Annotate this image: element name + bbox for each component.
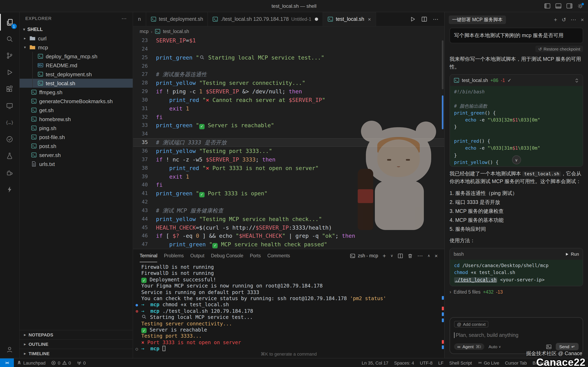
tree-item-README.md[interactable]: README.md bbox=[20, 61, 133, 70]
code-card-header[interactable]: test_local.sh +86 -1 ✓ bbox=[450, 75, 583, 86]
kill-terminal-icon[interactable] bbox=[407, 253, 413, 258]
code-editor[interactable]: 23SERVER_IP=$12425print_green " Starting… bbox=[133, 36, 444, 249]
sidebar-item-account[interactable] bbox=[0, 341, 19, 358]
ports-status-item[interactable]: 0 bbox=[74, 359, 88, 367]
tree-item-server.sh[interactable]: server.sh bbox=[20, 150, 133, 159]
tree-item-deploy_figma_mcp.sh[interactable]: deploy_figma_mcp.sh bbox=[20, 52, 133, 61]
status-item-spaces-4[interactable]: Spaces: 4 bbox=[391, 359, 417, 367]
split-terminal-icon[interactable] bbox=[398, 253, 403, 258]
expand-collapse-icon[interactable] bbox=[575, 78, 579, 83]
edited-files-summary[interactable]: › Edited 5 files +432 -13 bbox=[450, 290, 583, 294]
new-chat-icon[interactable]: + bbox=[554, 16, 557, 23]
tree-item-urls.txt[interactable]: urls.txt bbox=[20, 159, 133, 168]
terminal-output[interactable]: FirewallD is not runningFirewallD is not… bbox=[133, 262, 444, 358]
remote-indicator[interactable]: >< bbox=[0, 359, 14, 367]
panel-tab-problems[interactable]: Problems bbox=[164, 249, 184, 262]
breadcrumb[interactable]: mcp › test_local.sh bbox=[133, 26, 444, 36]
breadcrumb-file[interactable]: test_local.sh bbox=[163, 29, 189, 34]
workspace-section[interactable]: ▾ SHELL bbox=[20, 25, 133, 34]
run-command-button[interactable]: Run bbox=[565, 252, 579, 257]
split-editor-icon[interactable] bbox=[421, 16, 427, 22]
sidebar-item-run-debug[interactable] bbox=[0, 64, 19, 81]
code-line-46[interactable]: 46if [ $? -eq 0 ] && echo "$HEALTH_CHECK… bbox=[133, 232, 444, 240]
sidebar-item-rest-client[interactable]: {…} bbox=[0, 114, 19, 131]
panel-tab-debug-console[interactable]: Debug Console bbox=[211, 249, 243, 262]
code-line-43[interactable]: 43# 测试 MCP 服务健康检查 bbox=[133, 206, 444, 215]
tree-item-post-file.sh[interactable]: post-file.sh bbox=[20, 133, 133, 142]
code-line-36[interactable]: 36print_yellow "Testing port 3333..." bbox=[133, 147, 444, 155]
new-terminal-icon[interactable]: + bbox=[383, 252, 386, 259]
panel-tab-ports[interactable]: Ports bbox=[250, 249, 261, 262]
code-line-42[interactable]: 42 bbox=[133, 198, 444, 206]
explorer-more-icon[interactable]: ⋯ bbox=[121, 15, 127, 21]
tree-folder-curl[interactable]: ▸curl bbox=[20, 34, 133, 43]
chat-history-icon[interactable]: ↺ bbox=[562, 17, 566, 23]
code-line-38[interactable]: 38 print_red "× Port 3333 is not open on… bbox=[133, 164, 444, 172]
layout-secondary-sidebar-icon[interactable] bbox=[566, 3, 572, 8]
close-panel-icon[interactable]: × bbox=[435, 253, 438, 259]
code-line-27[interactable]: 27# 测试服务器连通性 bbox=[133, 70, 444, 79]
chat-more-icon[interactable]: ⋯ bbox=[571, 16, 576, 23]
errors-warnings-status-item[interactable]: 0 0 bbox=[48, 359, 74, 367]
code-line-47[interactable]: 47 print_green "✓ MCP service health che… bbox=[133, 240, 444, 249]
code-line-35[interactable]: 35# 测试端口 3333 是否开放 bbox=[133, 138, 444, 147]
attach-image-icon[interactable] bbox=[546, 344, 552, 349]
model-selector[interactable]: Auto ∨ bbox=[489, 344, 501, 349]
sidebar-item-remote-explorer[interactable] bbox=[0, 98, 19, 114]
tree-item-homebrew.sh[interactable]: homebrew.sh bbox=[20, 115, 133, 124]
run-script-icon[interactable] bbox=[410, 16, 416, 22]
code-line-30[interactable]: 30 print_red "× Cannot reach server at $… bbox=[133, 96, 444, 104]
status-item-utf-8[interactable]: UTF-8 bbox=[417, 359, 435, 367]
code-line-39[interactable]: 39 exit 1 bbox=[133, 172, 444, 181]
tree-item-post.sh[interactable]: post.sh bbox=[20, 142, 133, 150]
code-line-34[interactable]: 34 bbox=[133, 130, 444, 138]
terminal-dropdown-icon[interactable]: ∨ bbox=[390, 254, 393, 258]
sidebar-item-explorer[interactable]: 1 bbox=[0, 14, 19, 31]
maximize-panel-icon[interactable]: ∧ bbox=[428, 254, 430, 258]
code-line-45[interactable]: 45HEALTH_CHECK=$(curl -s http://$SERVER_… bbox=[133, 223, 444, 232]
sidebar-item-testing[interactable] bbox=[0, 148, 19, 164]
settings-gear-icon[interactable] bbox=[577, 3, 583, 9]
tree-item-ping.sh[interactable]: ping.sh bbox=[20, 124, 133, 133]
sidebar-item-thunder-client[interactable] bbox=[0, 181, 19, 198]
code-line-23[interactable]: 23SERVER_IP=$1 bbox=[133, 36, 444, 45]
terminal-shell-selector[interactable]: zsh - mcp bbox=[350, 253, 378, 258]
panel-tab-comments[interactable]: Comments bbox=[267, 249, 290, 262]
status-item-lf[interactable]: LF bbox=[435, 359, 447, 367]
add-context-button[interactable]: @ Add context bbox=[454, 321, 488, 327]
agent-mode-selector[interactable]: ∞ Agent ⌘I bbox=[454, 343, 484, 350]
status-item-ln-35-col-17[interactable]: Ln 35, Col 17 bbox=[359, 359, 391, 367]
code-line-33[interactable]: 33print_green "✓ Server is reachable" bbox=[133, 121, 444, 130]
close-chat-icon[interactable]: × bbox=[581, 17, 584, 23]
sidebar-section-timeline[interactable]: ▸TIMELINE bbox=[20, 349, 133, 358]
layout-panel-icon[interactable] bbox=[555, 3, 562, 8]
tree-item-generateChromeBookmarks.sh[interactable]: generateChromeBookmarks.sh bbox=[20, 97, 133, 106]
editor-scrollbar[interactable] bbox=[442, 40, 443, 89]
tree-item-test_local.sh[interactable]: test_local.sh bbox=[20, 79, 133, 88]
editor-tab-test-local-sh[interactable]: test_local.sh× bbox=[323, 12, 376, 26]
editor-tab---test-local-sh-120-79-184-178[interactable]: ./test_local.sh 120.79.184.178Untitled-1 bbox=[208, 12, 323, 26]
sidebar-item-source-control[interactable] bbox=[0, 47, 19, 64]
editor-tab-test-deployment-sh[interactable]: test_deployment.sh bbox=[146, 12, 208, 26]
editor-tab-n[interactable]: n bbox=[133, 12, 146, 26]
restore-checkpoint-button[interactable]: ↺ Restore checkpoint bbox=[536, 46, 583, 52]
status-item-shell-script[interactable]: Shell Script bbox=[446, 359, 475, 367]
layout-sidebar-icon[interactable] bbox=[544, 3, 550, 8]
code-line-31[interactable]: 31 exit 1 bbox=[133, 104, 444, 113]
code-line-24[interactable]: 24 bbox=[133, 45, 444, 53]
scroll-down-button[interactable]: ∨ bbox=[512, 155, 521, 164]
tab-close-icon[interactable]: × bbox=[368, 16, 371, 22]
code-line-29[interactable]: 29if ! ping -c 1 $SERVER_IP &> /dev/null… bbox=[133, 87, 444, 96]
tree-item-get.sh[interactable]: get.sh bbox=[20, 106, 133, 115]
chat-tab-title[interactable]: 一键部署 MCP 服务脚本 bbox=[449, 15, 506, 24]
sidebar-item-docker[interactable] bbox=[0, 164, 19, 181]
code-line-32[interactable]: 32fi bbox=[133, 113, 444, 121]
code-line-37[interactable]: 37if ! nc -z -w5 $SERVER_IP 3333; then bbox=[133, 155, 444, 164]
panel-tab-terminal[interactable]: Terminal bbox=[140, 249, 157, 262]
status-item-go-live[interactable]: Go Live bbox=[475, 359, 502, 367]
tree-folder-mcp[interactable]: ▾mcp bbox=[20, 43, 133, 52]
sidebar-item-search[interactable] bbox=[0, 31, 19, 47]
chat-input[interactable]: Plan, search, build anything bbox=[454, 331, 579, 340]
panel-tab-output[interactable]: Output bbox=[190, 249, 204, 262]
sidebar-item-extensions[interactable] bbox=[0, 81, 19, 98]
